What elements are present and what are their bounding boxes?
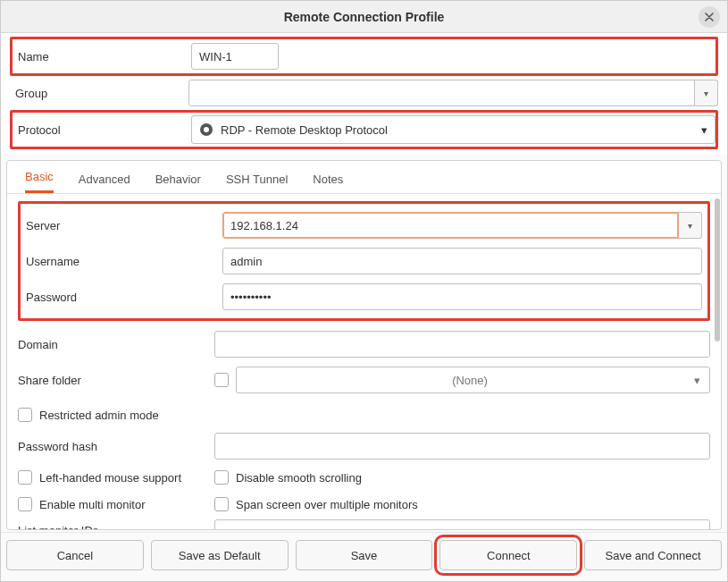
dialog-footer: Cancel Save as Default Save Connect Save…: [1, 532, 727, 581]
tab-advanced[interactable]: Advanced: [79, 173, 130, 193]
list-monitor-input[interactable]: [214, 519, 710, 529]
server-dropdown-button[interactable]: ▾: [679, 212, 702, 239]
name-label: Name: [13, 50, 191, 63]
sharefolder-label: Share folder: [18, 374, 214, 387]
svg-point-1: [204, 127, 209, 132]
restricted-admin-checkbox[interactable]: [18, 408, 32, 422]
save-and-connect-button[interactable]: Save and Connect: [584, 540, 722, 570]
chevron-down-icon: ▾: [701, 123, 707, 137]
password-input[interactable]: [222, 283, 702, 310]
group-label: Group: [10, 87, 188, 100]
disable-smooth-label: Disable smooth scrolling: [236, 471, 362, 485]
span-screen-label: Span screen over multiple monitors: [236, 498, 418, 511]
tab-basic[interactable]: Basic: [25, 170, 54, 193]
username-label: Username: [26, 255, 222, 268]
left-handed-label: Left-handed mouse support: [39, 471, 181, 485]
domain-input[interactable]: [214, 331, 710, 358]
settings-tabs: Basic Advanced Behavior SSH Tunnel Notes…: [6, 160, 722, 530]
left-handed-checkbox[interactable]: [18, 470, 32, 485]
password-hash-input[interactable]: [214, 433, 710, 460]
multi-monitor-checkbox[interactable]: [18, 497, 32, 511]
save-button[interactable]: Save: [296, 540, 433, 570]
span-screen-checkbox[interactable]: [214, 497, 229, 511]
group-dropdown-button[interactable]: ▾: [695, 80, 718, 106]
disable-smooth-checkbox[interactable]: [214, 470, 229, 485]
tab-ssh-tunnel[interactable]: SSH Tunnel: [226, 173, 288, 193]
protocol-value: RDP - Remote Desktop Protocol: [221, 123, 701, 137]
tab-notes[interactable]: Notes: [313, 173, 343, 193]
password-hash-label: Password hash: [18, 440, 214, 453]
sharefolder-combobox[interactable]: (None) ▾: [236, 367, 710, 393]
close-icon: [705, 13, 714, 21]
close-button[interactable]: [699, 6, 720, 28]
protocol-combobox[interactable]: RDP - Remote Desktop Protocol ▾: [191, 115, 715, 144]
scrollbar-thumb[interactable]: [715, 198, 720, 342]
tab-strip: Basic Advanced Behavior SSH Tunnel Notes: [7, 161, 721, 194]
list-monitor-label: List monitor IDs: [18, 524, 214, 530]
protocol-label: Protocol: [13, 123, 191, 137]
group-input[interactable]: [188, 80, 695, 106]
sharefolder-value: (None): [246, 374, 694, 387]
restricted-admin-label: Restricted admin mode: [39, 409, 159, 422]
scrollbar[interactable]: [714, 195, 721, 401]
chevron-down-icon: ▾: [694, 374, 700, 387]
multi-monitor-label: Enable multi monitor: [39, 498, 146, 511]
chevron-down-icon: ▾: [688, 221, 692, 231]
domain-label: Domain: [18, 338, 214, 351]
server-input[interactable]: [222, 212, 679, 239]
save-default-button[interactable]: Save as Default: [151, 540, 289, 570]
password-label: Password: [26, 291, 222, 304]
remote-connection-profile-dialog: Remote Connection Profile Name Group: [0, 0, 728, 582]
window-title: Remote Connection Profile: [284, 10, 445, 24]
name-input[interactable]: [191, 43, 279, 70]
username-input[interactable]: [222, 248, 702, 274]
tab-behavior[interactable]: Behavior: [155, 173, 201, 193]
rdp-icon: [199, 122, 213, 137]
titlebar: Remote Connection Profile: [1, 1, 727, 33]
server-label: Server: [26, 219, 222, 232]
cancel-button[interactable]: Cancel: [6, 540, 144, 570]
connect-button[interactable]: Connect: [439, 540, 577, 570]
chevron-down-icon: ▾: [704, 89, 708, 98]
sharefolder-checkbox[interactable]: [214, 373, 229, 387]
tab-body-basic: Server ▾ Username Passwo: [7, 194, 721, 529]
